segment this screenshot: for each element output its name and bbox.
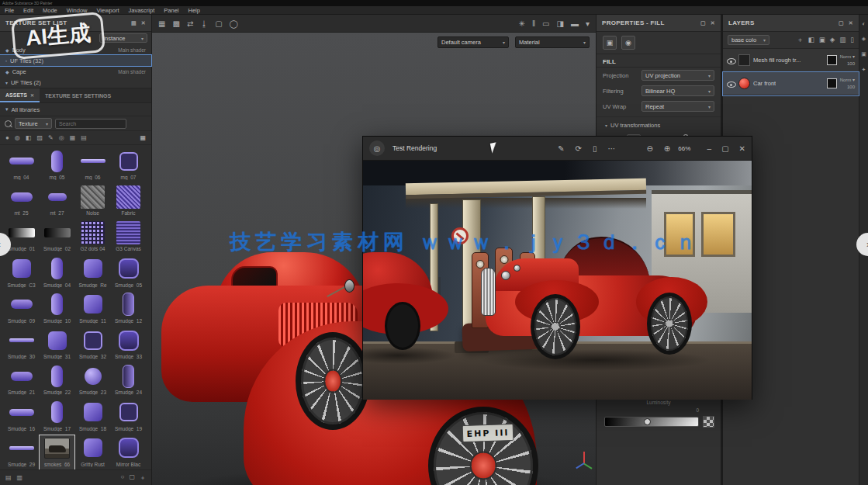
asset-item[interactable]: Smudge_17 bbox=[40, 400, 74, 434]
smart-materials-filter-icon[interactable]: ◍ bbox=[15, 134, 20, 141]
blend-mode-select[interactable]: Norm ▾ bbox=[840, 54, 855, 60]
camera-select[interactable]: Default camera ▾ bbox=[437, 36, 509, 48]
import-resources-icon[interactable]: ▤ bbox=[5, 474, 12, 481]
render-window-titlebar[interactable]: ◎ Test Rendering ✎⟳▯⋯ ⊖⊕ 66% –▢✕ bbox=[363, 137, 752, 161]
asset-item[interactable]: Smudge_31 bbox=[40, 327, 74, 362]
search-input[interactable] bbox=[55, 119, 126, 129]
asset-item[interactable]: Smudge_30 bbox=[4, 327, 39, 362]
add-mask-icon[interactable]: ◧ bbox=[808, 36, 814, 45]
asset-item[interactable]: Smudge_19 bbox=[111, 400, 146, 434]
environments-filter-icon[interactable]: ▤ bbox=[81, 134, 87, 141]
asset-item[interactable]: Smudge_09 bbox=[4, 292, 39, 326]
maximize-icon[interactable]: ▢ bbox=[721, 144, 728, 153]
grid-view-icon[interactable]: ▦ bbox=[140, 134, 146, 141]
shading-mode-select[interactable]: Material ▾ bbox=[515, 36, 590, 48]
add-fill-layer-icon[interactable]: ▣ bbox=[819, 36, 825, 45]
asset-item[interactable]: Smudge_11 bbox=[75, 292, 110, 326]
add-folder-icon[interactable]: ▥ bbox=[839, 36, 846, 45]
perspective-icon[interactable]: ◯ bbox=[230, 19, 238, 28]
paint-mode-icon[interactable]: ◉ bbox=[621, 36, 635, 50]
asset-item[interactable]: Smudge_16 bbox=[4, 400, 39, 434]
asset-item[interactable]: Smudge_32 bbox=[75, 327, 110, 362]
instance-select[interactable]: Instance ▾ bbox=[99, 33, 147, 43]
uv-transformations-section[interactable]: ▾ UV transformations bbox=[597, 116, 721, 131]
layer-row[interactable]: Mesh fill rough tr...Norm ▾100 bbox=[723, 49, 859, 72]
asset-item[interactable]: Smudge_33 bbox=[111, 327, 146, 362]
library-icon[interactable]: ▥ bbox=[17, 474, 23, 481]
close-icon[interactable]: ✕ bbox=[711, 20, 715, 26]
menu-item-javascript[interactable]: Javascript bbox=[124, 7, 160, 14]
tab-assets[interactable]: ASSETS ✕ bbox=[0, 88, 40, 102]
history-icon[interactable]: ✦ bbox=[862, 67, 866, 73]
brushes-filter-icon[interactable]: ✎ bbox=[48, 134, 54, 141]
grid-small-icon[interactable]: ▦ bbox=[158, 19, 165, 28]
menu-item-panel[interactable]: Panel bbox=[159, 7, 183, 14]
asset-item[interactable]: Smudge_18 bbox=[75, 400, 110, 434]
layout-icon[interactable]: ▬ bbox=[571, 19, 579, 28]
close-icon[interactable]: ✕ bbox=[849, 20, 853, 26]
asset-item[interactable]: G3 Canvas bbox=[111, 220, 146, 254]
gradient-handle[interactable] bbox=[644, 418, 651, 425]
texture-set-row[interactable]: ▾UF Tiles (2) bbox=[0, 77, 151, 88]
library-selector[interactable]: ▾ All libraries bbox=[0, 103, 151, 116]
checker-swatch-icon[interactable] bbox=[703, 416, 714, 428]
asset-type-select[interactable]: Texture ▾ bbox=[15, 118, 52, 129]
split-view-icon[interactable]: ◨ bbox=[557, 19, 564, 28]
caret-down-icon[interactable]: ▾ bbox=[586, 19, 590, 28]
smart-masks-filter-icon[interactable]: ◧ bbox=[26, 134, 32, 141]
property-select[interactable]: UV projection▾ bbox=[641, 70, 714, 81]
zoom-out-icon[interactable]: ⊖ bbox=[646, 144, 652, 153]
materials-filter-icon[interactable]: ● bbox=[5, 134, 9, 141]
square-view-icon[interactable]: ▢ bbox=[129, 473, 135, 482]
asset-item[interactable]: Smudge_24 bbox=[111, 363, 146, 397]
mirror-icon[interactable]: ⇄ bbox=[187, 19, 193, 28]
add-asset-icon[interactable]: ＋ bbox=[140, 473, 146, 482]
asset-item[interactable]: G2 dots 04 bbox=[75, 220, 110, 254]
material-mode-icon[interactable]: ▣ bbox=[603, 36, 617, 50]
camera-settings-icon[interactable]: ▣ bbox=[861, 51, 866, 57]
asset-item[interactable]: Noise bbox=[75, 184, 110, 218]
delete-layer-icon[interactable]: ▯ bbox=[850, 36, 854, 45]
asset-item[interactable]: Gritty Rust bbox=[75, 435, 110, 469]
close-icon[interactable]: ✕ bbox=[141, 20, 146, 26]
pause-icon[interactable]: ‖ bbox=[532, 19, 535, 28]
asset-item[interactable]: Fabric bbox=[111, 184, 146, 218]
edit-icon[interactable]: ✎ bbox=[558, 144, 564, 153]
asset-item[interactable]: Smudge_02 bbox=[40, 220, 74, 254]
float-panel-icon[interactable]: ▢ bbox=[700, 20, 706, 26]
menu-item-edit[interactable]: Edit bbox=[19, 7, 38, 14]
zoom-in-icon[interactable]: ⊕ bbox=[664, 144, 670, 153]
add-effect-icon[interactable]: ＋ bbox=[797, 36, 804, 45]
bake-icon[interactable]: ⭳ bbox=[200, 19, 208, 28]
zoom-value[interactable]: 66% bbox=[678, 145, 690, 152]
circle-view-icon[interactable]: ○ bbox=[121, 473, 125, 482]
asset-item[interactable]: Smudge_29 bbox=[4, 435, 39, 469]
asset-item[interactable]: Smudge_23 bbox=[75, 363, 110, 397]
asset-item[interactable]: Mirror Blac bbox=[111, 435, 146, 469]
asset-item[interactable]: Smudge_C3 bbox=[4, 256, 39, 290]
shader-settings-icon[interactable]: ◈ bbox=[862, 36, 866, 42]
asset-item[interactable]: smokes_66 bbox=[40, 435, 74, 469]
asset-item[interactable]: mt_25 bbox=[4, 184, 39, 218]
visibility-eye-icon[interactable] bbox=[727, 79, 736, 88]
blend-mode-select[interactable]: Norm ▾ bbox=[840, 77, 855, 83]
filters-filter-icon[interactable]: ▨ bbox=[36, 134, 43, 141]
tab-texture-set-settings[interactable]: TEXTURE SET SETTINGS bbox=[40, 88, 116, 102]
refresh-icon[interactable]: ⟳ bbox=[576, 144, 582, 153]
minimize-icon[interactable]: – bbox=[707, 144, 712, 153]
property-select[interactable]: Bilinear HQ▾ bbox=[641, 85, 714, 96]
single-view-icon[interactable]: ▭ bbox=[542, 19, 549, 28]
asset-item[interactable]: mg_05 bbox=[40, 148, 74, 182]
textures-filter-icon[interactable]: ▦ bbox=[70, 134, 76, 141]
alphas-filter-icon[interactable]: ◎ bbox=[59, 134, 64, 141]
menu-item-mode[interactable]: Mode bbox=[38, 7, 62, 14]
asset-item[interactable]: Smudge_12 bbox=[111, 292, 146, 326]
float-panel-icon[interactable]: ▢ bbox=[839, 20, 844, 26]
grid-large-icon[interactable]: ▩ bbox=[172, 19, 179, 28]
asset-item[interactable]: mt_27 bbox=[40, 184, 74, 218]
asset-item[interactable]: Smudge_21 bbox=[4, 363, 39, 397]
asset-item[interactable]: Smudge_22 bbox=[40, 363, 74, 397]
asset-item[interactable]: mg_07 bbox=[111, 148, 146, 182]
layer-row[interactable]: Car frontNorm ▾100 bbox=[723, 72, 859, 95]
asset-item[interactable]: Smudge_Re bbox=[75, 256, 110, 290]
